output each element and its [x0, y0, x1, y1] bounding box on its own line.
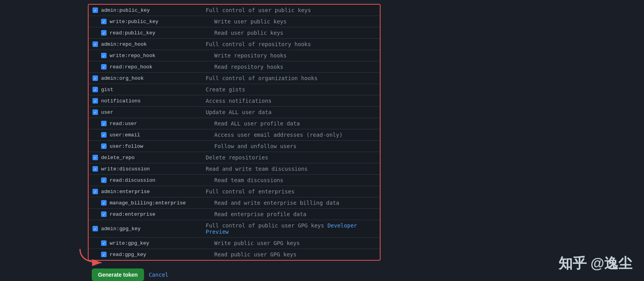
- perm-name-delete_repo: delete_repo: [101, 155, 135, 161]
- perm-desc-admin_enterprise: Full control of enterprises: [202, 188, 376, 195]
- perm-name-write_public_key: write:public_key: [110, 19, 158, 25]
- perm-row-write_repo_hook: write:repo_hookWrite repository hooks: [89, 50, 380, 61]
- perm-row-admin_gpg_key: admin:gpg_keyFull control of public user…: [89, 220, 380, 238]
- checkbox-user_email[interactable]: [101, 132, 107, 138]
- perm-desc-write_repo_hook: Write repository hooks: [210, 52, 376, 59]
- perm-name-gist: gist: [101, 87, 113, 93]
- perm-desc-admin_public_key: Full control of user public keys: [202, 7, 376, 13]
- perm-row-read_public_key: read:public_keyRead user public keys: [89, 27, 380, 39]
- perm-desc-admin_gpg_key: Full control of public user GPG keys Dev…: [202, 222, 376, 235]
- perm-name-notifications: notifications: [101, 98, 141, 104]
- perm-row-user_email: user:emailAccess user email addresses (r…: [89, 129, 380, 141]
- perm-row-read_discussion: read:discussionRead team discussions: [89, 175, 380, 186]
- perm-desc-read_discussion: Read team discussions: [210, 177, 376, 183]
- perm-desc-manage_billing_enterprise: Read and write enterprise billing data: [210, 200, 376, 206]
- perm-name-read_discussion: read:discussion: [110, 177, 155, 183]
- perm-row-write_discussion: write:discussionRead and write team disc…: [89, 163, 380, 175]
- perm-desc-user: Update ALL user data: [202, 109, 376, 115]
- perm-row-write_public_key: write:public_keyWrite user public keys: [89, 16, 380, 27]
- perm-row-notifications: notificationsAccess notifications: [89, 95, 380, 107]
- checkbox-write_discussion[interactable]: [93, 166, 98, 172]
- perm-name-write_discussion: write:discussion: [101, 166, 150, 172]
- checkbox-notifications[interactable]: [93, 98, 98, 104]
- checkbox-admin_enterprise[interactable]: [93, 189, 98, 194]
- checkbox-write_gpg_key[interactable]: [101, 240, 107, 246]
- generate-token-button[interactable]: Generate token: [92, 268, 144, 281]
- checkbox-gist[interactable]: [93, 87, 98, 92]
- perm-desc-admin_org_hook: Full control of organization hooks: [202, 75, 376, 81]
- perm-name-admin_public_key: admin:public_key: [101, 7, 150, 13]
- bottom-bar: Generate token Cancel: [88, 268, 556, 281]
- perm-row-gist: gistCreate gists: [89, 84, 380, 95]
- perm-name-write_gpg_key: write:gpg_key: [110, 240, 149, 246]
- checkbox-read_user[interactable]: [101, 121, 107, 126]
- perm-name-read_user: read:user: [110, 121, 137, 127]
- checkbox-read_public_key[interactable]: [101, 30, 107, 36]
- checkbox-write_repo_hook[interactable]: [101, 53, 107, 58]
- perm-name-read_enterprise: read:enterprise: [110, 211, 155, 217]
- perm-name-user_follow: user:follow: [110, 143, 143, 149]
- perm-name-read_repo_hook: read:repo_hook: [110, 64, 152, 70]
- perm-desc-write_discussion: Read and write team discussions: [202, 166, 376, 172]
- perm-row-read_user: read:userRead ALL user profile data: [89, 118, 380, 129]
- perm-name-admin_org_hook: admin:org_hook: [101, 75, 144, 81]
- perm-desc-notifications: Access notifications: [202, 98, 376, 104]
- perm-row-admin_enterprise: admin:enterpriseFull control of enterpri…: [89, 186, 380, 197]
- perm-row-read_repo_hook: read:repo_hookRead repository hooks: [89, 61, 380, 73]
- perm-desc-write_public_key: Write user public keys: [210, 18, 376, 25]
- perm-row-write_gpg_key: write:gpg_keyWrite public user GPG keys: [89, 238, 380, 249]
- perm-desc-read_repo_hook: Read repository hooks: [210, 64, 376, 70]
- checkbox-user_follow[interactable]: [101, 143, 107, 149]
- perm-row-admin_org_hook: admin:org_hookFull control of organizati…: [89, 73, 380, 84]
- arrow-icon: [76, 247, 107, 267]
- cancel-link[interactable]: Cancel: [149, 272, 169, 278]
- checkbox-read_repo_hook[interactable]: [101, 64, 107, 70]
- perm-row-user_follow: user:followFollow and unfollow users: [89, 141, 380, 152]
- checkbox-delete_repo[interactable]: [93, 155, 98, 160]
- checkbox-admin_gpg_key[interactable]: [93, 226, 98, 231]
- perm-row-delete_repo: delete_repoDelete repositories: [89, 152, 380, 163]
- perm-desc-delete_repo: Delete repositories: [202, 154, 376, 161]
- perm-name-manage_billing_enterprise: manage_billing:enterprise: [110, 200, 186, 206]
- perm-row-manage_billing_enterprise: manage_billing:enterpriseRead and write …: [89, 197, 380, 209]
- checkbox-admin_public_key[interactable]: [93, 7, 98, 13]
- perm-name-write_repo_hook: write:repo_hook: [110, 53, 155, 59]
- checkbox-admin_org_hook[interactable]: [93, 75, 98, 81]
- perm-desc-read_user: Read ALL user profile data: [210, 120, 376, 127]
- perm-desc-read_public_key: Read user public keys: [210, 30, 376, 36]
- perm-name-admin_gpg_key: admin:gpg_key: [101, 226, 141, 232]
- perm-link-admin_gpg_key[interactable]: Developer Preview: [206, 222, 357, 235]
- perm-desc-read_enterprise: Read enterprise profile data: [210, 211, 376, 217]
- perm-name-user: user: [101, 109, 113, 115]
- permissions-table: admin:public_keyFull control of user pub…: [88, 4, 381, 261]
- watermark: 知乎 @逸尘: [559, 254, 632, 273]
- perm-row-read_enterprise: read:enterpriseRead enterprise profile d…: [89, 209, 380, 220]
- perm-desc-read_gpg_key: Read public user GPG keys: [210, 251, 376, 258]
- perm-row-admin_public_key: admin:public_keyFull control of user pub…: [89, 5, 380, 16]
- checkbox-user[interactable]: [93, 109, 98, 115]
- checkbox-manage_billing_enterprise[interactable]: [101, 200, 107, 206]
- checkbox-admin_repo_hook[interactable]: [93, 41, 98, 47]
- perm-desc-admin_repo_hook: Full control of repository hooks: [202, 41, 376, 47]
- checkbox-read_enterprise[interactable]: [101, 211, 107, 217]
- perm-desc-user_email: Access user email addresses (read-only): [210, 132, 376, 138]
- perm-desc-gist: Create gists: [202, 86, 376, 93]
- perm-row-read_gpg_key: read:gpg_keyRead public user GPG keys: [89, 249, 380, 260]
- perm-desc-user_follow: Follow and unfollow users: [210, 143, 376, 149]
- perm-row-admin_repo_hook: admin:repo_hookFull control of repositor…: [89, 39, 380, 50]
- perm-name-user_email: user:email: [110, 132, 140, 138]
- perm-name-read_gpg_key: read:gpg_key: [110, 252, 146, 258]
- perm-name-admin_enterprise: admin:enterprise: [101, 189, 150, 195]
- perm-name-admin_repo_hook: admin:repo_hook: [101, 41, 147, 47]
- perm-desc-write_gpg_key: Write public user GPG keys: [210, 240, 376, 246]
- checkbox-read_discussion[interactable]: [101, 177, 107, 183]
- perm-name-read_public_key: read:public_key: [110, 30, 155, 36]
- perm-row-user: userUpdate ALL user data: [89, 107, 380, 118]
- checkbox-write_public_key[interactable]: [101, 19, 107, 24]
